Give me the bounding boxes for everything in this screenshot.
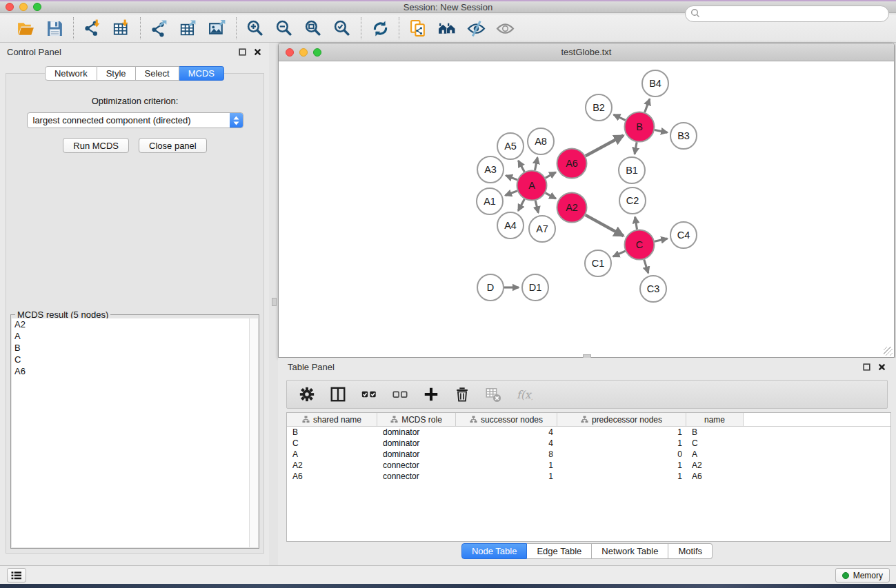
graph-node-C4[interactable]: C4	[670, 222, 697, 248]
zoom-selected-icon[interactable]	[332, 18, 352, 39]
result-scrollbar[interactable]	[249, 318, 258, 547]
zoom-fit-icon[interactable]	[303, 18, 323, 39]
tab-network[interactable]: Network	[45, 66, 97, 81]
result-list-item[interactable]: A2	[12, 318, 250, 330]
cell-shared_name[interactable]: A	[287, 449, 377, 459]
result-list-item[interactable]: A	[12, 330, 250, 342]
cell-shared_name[interactable]: C	[287, 438, 377, 448]
float-panel-icon[interactable]	[862, 362, 871, 372]
graph-node-C2[interactable]: C2	[619, 187, 646, 214]
cell-predecessor_nodes[interactable]: 1	[557, 472, 686, 481]
cell-mcds_role[interactable]: connector	[377, 460, 456, 470]
zoom-in-icon[interactable]	[245, 18, 266, 39]
graph-edge-A-A7[interactable]	[535, 201, 538, 213]
cell-name[interactable]: A	[686, 449, 744, 459]
show-graphics-details-icon[interactable]	[495, 18, 515, 39]
graph-node-A8[interactable]: A8	[528, 128, 554, 154]
cell-shared_name[interactable]: A6	[287, 472, 377, 481]
graph-node-C[interactable]: C	[625, 230, 655, 260]
result-list-item[interactable]: A6	[12, 365, 250, 377]
graph-node-D1[interactable]: D1	[522, 274, 548, 301]
cell-mcds_role[interactable]: connector	[377, 472, 456, 481]
resize-grip[interactable]	[884, 347, 893, 356]
tab-select[interactable]: Select	[136, 66, 179, 81]
refresh-icon[interactable]	[370, 18, 390, 39]
close-panel-icon[interactable]	[877, 362, 886, 372]
close-panel-icon[interactable]	[252, 47, 262, 57]
graph-node-A5[interactable]: A5	[497, 133, 524, 159]
graph-edge-A2-C[interactable]	[586, 215, 624, 236]
new-network-from-selection-icon[interactable]	[408, 18, 428, 39]
import-table-icon[interactable]	[111, 18, 132, 39]
graph-edge-A-A8[interactable]	[535, 158, 538, 171]
cell-mcds_role[interactable]: dominator	[377, 427, 456, 437]
export-table-icon[interactable]	[178, 18, 199, 39]
graph-edge-A-A6[interactable]	[546, 172, 556, 178]
cell-predecessor_nodes[interactable]: 1	[557, 460, 686, 470]
first-neighbors-icon[interactable]	[437, 18, 457, 39]
search-input[interactable]	[703, 8, 888, 20]
cell-name[interactable]: C	[686, 438, 744, 448]
graph-edge-C-C2[interactable]	[635, 217, 637, 230]
cell-successor_nodes[interactable]: 1	[456, 460, 557, 470]
column-header-successor-nodes[interactable]: successor nodes	[456, 413, 557, 426]
save-session-icon[interactable]	[44, 18, 65, 39]
graph-node-B3[interactable]: B3	[670, 123, 697, 149]
graph-edge-C-C1[interactable]	[613, 251, 626, 256]
graph-node-B2[interactable]: B2	[586, 94, 612, 121]
graph-edge-B-B1[interactable]	[635, 142, 637, 154]
cell-successor_nodes[interactable]: 8	[456, 449, 557, 459]
graph-edge-A-A2[interactable]	[546, 193, 556, 199]
network-canvas[interactable]: B4B2BB3A8A5A6A3B1AC2A1A2A4A7C4CC1DD1C3	[279, 61, 894, 357]
cell-name[interactable]: B	[686, 427, 744, 437]
graph-node-A[interactable]: A	[517, 171, 547, 201]
cell-predecessor_nodes[interactable]: 1	[557, 427, 686, 437]
column-header-predecessor-nodes[interactable]: predecessor nodes	[557, 413, 686, 426]
cell-successor_nodes[interactable]: 1	[456, 472, 557, 481]
graph-node-C3[interactable]: C3	[640, 276, 666, 302]
tab-network-table[interactable]: Network Table	[592, 543, 668, 559]
select-all-icon[interactable]	[359, 385, 379, 404]
graph-node-A6[interactable]: A6	[557, 149, 587, 179]
graph-edge-A-A3[interactable]	[506, 176, 517, 180]
tab-mcds[interactable]: MCDS	[179, 66, 224, 81]
column-header-name[interactable]: name	[686, 413, 744, 426]
graph-node-A2[interactable]: A2	[557, 193, 587, 223]
cell-name[interactable]: A6	[686, 472, 744, 481]
criterion-select[interactable]: largest connected component (directed)	[27, 112, 243, 128]
add-row-icon[interactable]	[421, 385, 441, 404]
cell-shared_name[interactable]: A2	[287, 460, 377, 470]
graph-node-A1[interactable]: A1	[477, 188, 503, 214]
zoom-out-icon[interactable]	[274, 18, 295, 39]
graph-edge-A-A5[interactable]	[519, 161, 525, 172]
cell-predecessor_nodes[interactable]: 0	[557, 449, 686, 459]
graph-node-A7[interactable]: A7	[529, 216, 555, 242]
graph-node-A3[interactable]: A3	[477, 156, 504, 183]
graph-node-B4[interactable]: B4	[642, 70, 668, 97]
hide-graphics-details-icon[interactable]	[466, 18, 486, 39]
tab-motifs[interactable]: Motifs	[668, 543, 713, 559]
import-network-icon[interactable]	[82, 18, 103, 39]
cell-predecessor_nodes[interactable]: 1	[557, 438, 686, 448]
task-history-button[interactable]	[7, 568, 26, 582]
cell-successor_nodes[interactable]: 4	[456, 438, 557, 448]
column-header-shared-name[interactable]: shared name	[287, 413, 377, 426]
export-network-icon[interactable]	[149, 18, 170, 39]
graph-node-B[interactable]: B	[625, 112, 655, 142]
deselect-all-icon[interactable]	[390, 385, 410, 404]
export-image-icon[interactable]	[207, 18, 228, 39]
graph-edge-B-B3[interactable]	[655, 130, 668, 133]
tab-style[interactable]: Style	[97, 66, 136, 81]
graph-edge-B-B4[interactable]	[645, 99, 650, 112]
delete-row-icon[interactable]	[452, 385, 472, 404]
cell-mcds_role[interactable]: dominator	[377, 449, 456, 459]
graph-edge-A-A1[interactable]	[506, 191, 517, 196]
cell-successor_nodes[interactable]: 4	[456, 427, 557, 437]
cell-shared_name[interactable]: B	[287, 427, 377, 437]
graph-edge-A-A4[interactable]	[518, 199, 524, 211]
graph-node-A4[interactable]: A4	[497, 212, 524, 239]
float-panel-icon[interactable]	[237, 47, 247, 57]
cell-name[interactable]: A2	[686, 460, 744, 470]
result-list-item[interactable]: B	[12, 342, 250, 354]
tab-edge-table[interactable]: Edge Table	[527, 543, 592, 559]
